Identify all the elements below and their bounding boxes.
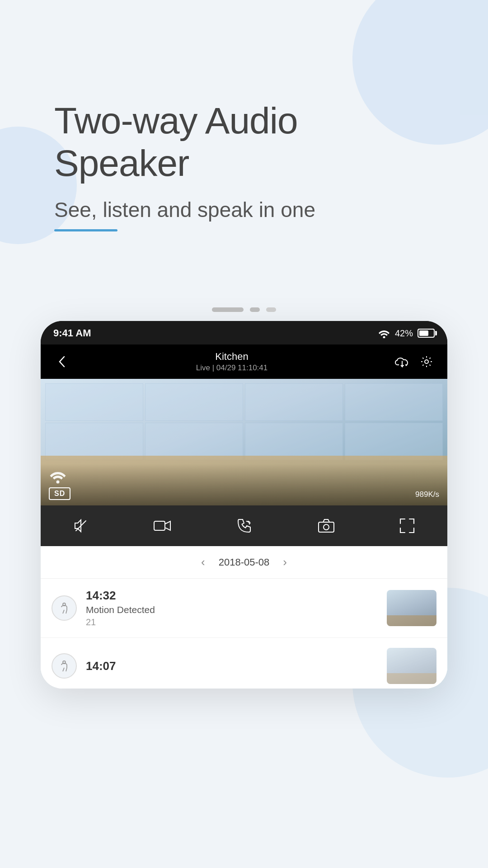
cloud-upload-icon: [394, 356, 410, 368]
thumb-scene: [387, 590, 436, 626]
pagination-dot-1[interactable]: [212, 307, 244, 312]
hero-subtitle: See, listen and speak in one: [54, 198, 461, 222]
battery-fill: [419, 330, 428, 336]
event-thumbnail[interactable]: [387, 590, 436, 626]
fullscreen-button[interactable]: [399, 518, 415, 533]
event-time-partial: 14:07: [86, 659, 378, 673]
hero-underline: [54, 229, 117, 231]
status-time: 9:41 AM: [53, 327, 91, 339]
event-list: 14:32 Motion Detected 21: [41, 579, 447, 689]
event-item[interactable]: 14:32 Motion Detected 21: [41, 579, 447, 638]
live-overlay: SD 989K/s: [41, 464, 447, 505]
thumb-floor-2: [387, 673, 436, 684]
video-icon: [153, 519, 171, 532]
hero-title: Two-way Audio Speaker: [54, 99, 461, 185]
battery-icon: [418, 329, 435, 338]
phone-card: 9:41 AM 42%: [41, 321, 447, 689]
camera-icon: [318, 519, 335, 533]
camera-name: Kitchen: [71, 351, 392, 363]
date-next-button[interactable]: ›: [283, 555, 287, 569]
window-pane-3: [245, 383, 343, 421]
person-motion-icon: [58, 602, 70, 614]
pagination-dot-3[interactable]: [266, 307, 276, 312]
window-pane-2: [145, 383, 243, 421]
phone-audio-icon: [236, 518, 253, 534]
window-pane-5: [45, 423, 143, 460]
timeline-section: ‹ 2018-05-08 › 14:32 Motion De: [41, 546, 447, 689]
event-thumbnail-2[interactable]: [387, 648, 436, 684]
control-bar: [41, 505, 447, 546]
svg-point-2: [56, 481, 60, 484]
cloud-button[interactable]: [392, 352, 412, 372]
snapshot-button[interactable]: [318, 519, 335, 533]
window-pane-4: [345, 383, 443, 421]
audio-button[interactable]: [236, 518, 253, 534]
window-pane-7: [245, 423, 343, 460]
settings-button[interactable]: [417, 352, 436, 372]
sd-badge: SD: [49, 487, 70, 500]
motion-icon-circle-2: [52, 653, 77, 679]
bitrate-text: 989K/s: [415, 490, 439, 499]
svg-point-0: [383, 336, 385, 339]
event-count: 21: [86, 617, 378, 627]
phone-mockup-wrapper: 9:41 AM 42%: [41, 307, 447, 868]
svg-marker-5: [165, 521, 170, 530]
mute-icon: [73, 518, 89, 533]
battery-percent: 42%: [395, 328, 413, 339]
window-pane-8: [345, 423, 443, 460]
gear-icon: [420, 355, 433, 368]
thumb-scene-2: [387, 648, 436, 684]
camera-title-block: Kitchen Live | 04/29 11:10:41: [71, 351, 392, 373]
window-pane-1: [45, 383, 143, 421]
status-right: 42%: [378, 328, 435, 339]
event-info-partial: 14:07: [86, 659, 378, 673]
phone-screen: 9:41 AM 42%: [41, 321, 447, 546]
wifi-status-icon: [378, 328, 390, 338]
status-bar: 9:41 AM 42%: [41, 321, 447, 344]
live-wifi-icon: [49, 469, 67, 484]
live-view: SD 989K/s: [41, 379, 447, 505]
back-button[interactable]: [52, 352, 71, 372]
pagination-dots: [41, 307, 447, 312]
event-info: 14:32 Motion Detected 21: [86, 589, 378, 627]
event-item-partial[interactable]: 14:07: [41, 638, 447, 689]
date-navigation: ‹ 2018-05-08 ›: [41, 546, 447, 579]
date-prev-button[interactable]: ‹: [201, 555, 205, 569]
svg-rect-4: [154, 521, 165, 530]
motion-icon-circle: [52, 595, 77, 621]
date-display: 2018-05-08: [219, 557, 270, 568]
event-time: 14:32: [86, 589, 378, 603]
record-button[interactable]: [153, 519, 171, 532]
camera-status: Live | 04/29 11:10:41: [71, 363, 392, 373]
mute-button[interactable]: [73, 518, 89, 533]
hero-section: Two-way Audio Speaker See, listen and sp…: [54, 99, 461, 231]
event-type: Motion Detected: [86, 604, 378, 615]
svg-rect-6: [319, 522, 334, 532]
fullscreen-icon: [399, 518, 415, 533]
person-motion-icon-2: [58, 660, 70, 672]
pagination-dot-2[interactable]: [250, 307, 260, 312]
thumb-floor: [387, 615, 436, 626]
camera-header: Kitchen Live | 04/29 11:10:41: [41, 344, 447, 379]
room-window: [45, 383, 443, 460]
svg-point-7: [324, 524, 329, 530]
svg-point-1: [425, 360, 428, 363]
window-pane-6: [145, 423, 243, 460]
